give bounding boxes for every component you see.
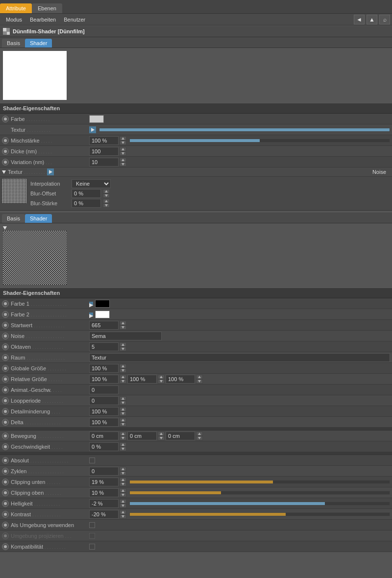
stepper-down-zyklen[interactable]: [120, 471, 126, 476]
input-kontrast[interactable]: [89, 510, 119, 519]
stepper-down-oktaven[interactable]: [120, 347, 126, 351]
stepper-down-startwert[interactable]: [120, 325, 126, 330]
input-raum[interactable]: [89, 353, 390, 362]
stepper-up-helligkeit[interactable]: [120, 499, 126, 504]
indicator-kontrast[interactable]: [2, 511, 9, 518]
checkbox-kompatibilitaet[interactable]: [89, 544, 95, 550]
sub-tab-shader-2[interactable]: Shader: [25, 214, 52, 223]
indicator-als-umgebung[interactable]: [2, 522, 9, 529]
tab-attribute[interactable]: Attribute: [0, 3, 32, 13]
stepper-helligkeit[interactable]: [120, 499, 126, 508]
color-swatch-farbe1[interactable]: [95, 300, 110, 308]
stepper-up-dicke[interactable]: [120, 147, 126, 151]
stepper-up-mischstaerke[interactable]: [120, 136, 126, 141]
indicator-bewegung[interactable]: [2, 433, 9, 439]
stepper-mischstaerke[interactable]: [120, 136, 126, 145]
indicator-noise[interactable]: [2, 333, 9, 339]
indicator-farbe1[interactable]: [2, 300, 9, 307]
nav-up-icon[interactable]: ▲: [367, 15, 377, 24]
input-zyklen[interactable]: [89, 467, 119, 476]
stepper-up-variation[interactable]: [120, 158, 126, 162]
indicator-umgebung-proj[interactable]: [2, 532, 9, 539]
input-detailminderung[interactable]: [89, 407, 119, 416]
input-bewegung-x[interactable]: [89, 432, 119, 440]
input-startwert[interactable]: [89, 321, 119, 330]
nav-back-icon[interactable]: ◄: [354, 15, 365, 24]
stepper-up-globale-groesse[interactable]: [120, 364, 126, 368]
checkbox-als-umgebung[interactable]: [89, 522, 95, 528]
stepper-down-geschw[interactable]: [120, 447, 126, 451]
indicator-kompatibilitaet[interactable]: [2, 543, 9, 550]
input-bewegung-z[interactable]: [166, 432, 195, 440]
stepper-up-bew-y[interactable]: [158, 432, 165, 436]
stepper-dicke[interactable]: [120, 147, 126, 156]
stepper-down-dicke[interactable]: [120, 151, 126, 156]
stepper-up-delta[interactable]: [120, 418, 126, 422]
stepper-clipping-unten[interactable]: [120, 478, 126, 486]
stepper-loopperiode[interactable]: [120, 396, 126, 405]
stepper-down-rel-x[interactable]: [120, 379, 126, 384]
input-loopperiode[interactable]: [89, 396, 119, 405]
stepper-delta[interactable]: [120, 418, 126, 427]
stepper-up-geschw[interactable]: [120, 442, 126, 447]
input-rel-groesse-z[interactable]: [166, 375, 195, 384]
stepper-up-oktaven[interactable]: [120, 342, 126, 347]
input-blur-staerke[interactable]: [72, 199, 101, 208]
stepper-rel-z[interactable]: [196, 375, 203, 384]
stepper-zyklen[interactable]: [120, 467, 126, 476]
input-rel-groesse-y[interactable]: [127, 375, 157, 384]
sub-tab-basis-1[interactable]: Basis: [2, 39, 25, 48]
indicator-loopperiode[interactable]: [2, 397, 9, 404]
menu-bearbeiten[interactable]: Bearbeiten: [26, 16, 60, 24]
select-interpolation[interactable]: Keine: [72, 179, 111, 188]
stepper-down-helligkeit[interactable]: [120, 504, 126, 508]
indicator-clipping-oben[interactable]: [2, 489, 9, 496]
tab-ebenen[interactable]: Ebenen: [32, 3, 62, 13]
stepper-oktaven[interactable]: [120, 342, 126, 351]
indicator-startwert[interactable]: [2, 322, 9, 329]
sub-tab-shader-1[interactable]: Shader: [25, 39, 52, 48]
stepper-rel-x[interactable]: [120, 375, 126, 384]
stepper-blur-offset[interactable]: [103, 189, 110, 198]
indicator-delta[interactable]: [2, 419, 9, 426]
stepper-up-clip-oben[interactable]: [120, 488, 126, 493]
stepper-down-clip-unten[interactable]: [120, 482, 126, 486]
input-rel-groesse-x[interactable]: [89, 375, 119, 384]
stepper-up-loopperiode[interactable]: [120, 396, 126, 401]
stepper-up-rel-y[interactable]: [158, 375, 165, 379]
indicator-farbe2[interactable]: [2, 311, 9, 318]
stepper-down-kontrast[interactable]: [120, 514, 126, 519]
preview2-chevron[interactable]: [3, 226, 8, 230]
textur-chevron[interactable]: [2, 170, 7, 174]
stepper-down-clip-oben[interactable]: [120, 493, 126, 497]
input-globale-groesse[interactable]: [89, 364, 119, 373]
indicator-animat-geschw[interactable]: [2, 386, 9, 393]
indicator-absolut[interactable]: [2, 457, 9, 464]
indicator-raum[interactable]: [2, 354, 9, 361]
search-icon[interactable]: ⌕: [379, 15, 390, 24]
stepper-down-bew-x[interactable]: [120, 436, 126, 440]
stepper-startwert[interactable]: [120, 321, 126, 330]
input-mischstaerke[interactable]: [89, 136, 119, 145]
stepper-rel-y[interactable]: [158, 375, 165, 384]
checkbox-umgebung-proj[interactable]: [89, 533, 95, 539]
input-variation[interactable]: [89, 158, 119, 167]
input-noise[interactable]: [89, 332, 162, 340]
indicator-clipping-unten[interactable]: [2, 479, 9, 485]
stepper-up-startwert[interactable]: [120, 321, 126, 325]
stepper-down-blur-offset[interactable]: [103, 193, 110, 198]
input-bewegung-y[interactable]: [127, 432, 157, 440]
color-swatch-farbe2[interactable]: [95, 311, 110, 318]
checkbox-absolut[interactable]: [89, 458, 95, 463]
sub-tab-basis-2[interactable]: Basis: [2, 214, 25, 223]
stepper-bewegung-z[interactable]: [196, 432, 203, 440]
input-geschwindigkeit[interactable]: [89, 442, 119, 451]
stepper-down-rel-y[interactable]: [158, 379, 165, 384]
textur-expand-btn-2[interactable]: [47, 169, 54, 175]
menu-modus[interactable]: Modus: [2, 16, 26, 24]
indicator-farbe-1[interactable]: [2, 116, 9, 122]
input-blur-offset[interactable]: [72, 189, 101, 198]
input-animat-geschw[interactable]: [89, 385, 119, 394]
stepper-down-bew-z[interactable]: [196, 436, 203, 440]
stepper-variation[interactable]: [120, 158, 126, 167]
